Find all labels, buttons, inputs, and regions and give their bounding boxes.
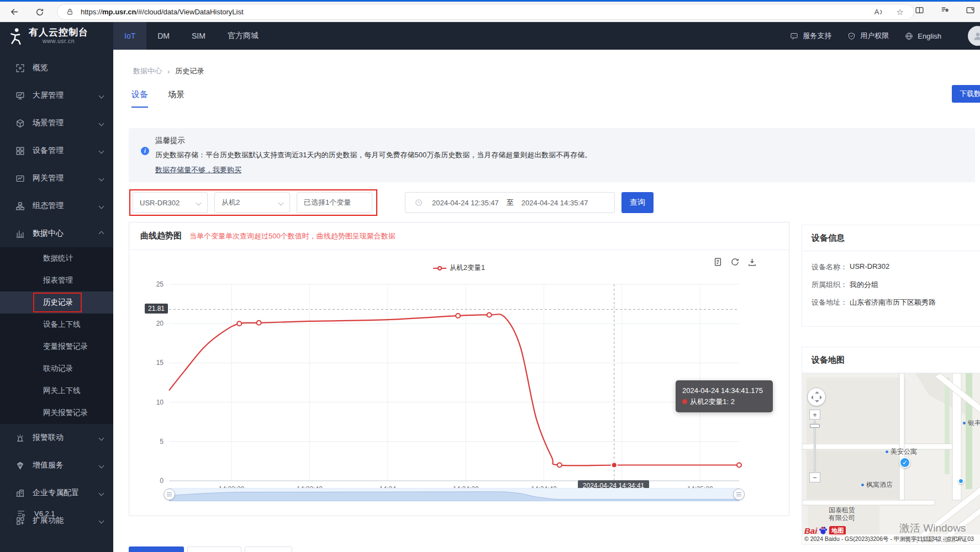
sidebar-subitem-报表管理[interactable]: 报表管理 bbox=[0, 269, 113, 291]
favorite-star-icon[interactable]: ☆ bbox=[897, 7, 904, 17]
device-map-title: 设备地图 bbox=[802, 347, 980, 373]
version-icon bbox=[17, 509, 25, 518]
sidebar-subitem-历史记录[interactable]: 历史记录 bbox=[0, 291, 113, 314]
svg-text:10: 10 bbox=[156, 399, 164, 406]
device-info-card: 设备信息 设备名称：USR-DR302所属组织：我的分组设备地址：山东省济南市历… bbox=[802, 225, 980, 327]
baidu-map[interactable]: 美安公寓枫寓酒店国泰租赁有限公司银丰 ✓ + − Bai 地图 bbox=[802, 373, 980, 544]
sidebar-subitem-数据统计[interactable]: 数据统计 bbox=[0, 247, 113, 269]
scada-icon bbox=[15, 201, 25, 211]
location-pin-dot-icon[interactable] bbox=[958, 478, 964, 484]
browser-chrome: https://mp.usr.cn/#/cloud/data/ViewDataH… bbox=[0, 0, 980, 22]
shield-icon bbox=[846, 30, 857, 41]
map-zoom-track[interactable] bbox=[814, 421, 816, 471]
poi-dot-icon bbox=[885, 450, 889, 454]
map-zoom-handle[interactable] bbox=[810, 424, 820, 428]
breadcrumb-separator: › bbox=[167, 67, 170, 76]
tab-场景[interactable]: 场景 bbox=[168, 89, 185, 108]
map-zoom-in-button[interactable]: + bbox=[809, 410, 820, 420]
breadcrumb-current: 历史记录 bbox=[175, 66, 204, 76]
sidebar-subitem-变量报警记录[interactable]: 变量报警记录 bbox=[0, 336, 113, 358]
globe-icon bbox=[903, 30, 914, 41]
tooltip-time: 2024-04-24 14:34:41.175 bbox=[682, 385, 766, 396]
slave-select[interactable]: 从机2 bbox=[214, 192, 290, 213]
data-view-icon[interactable] bbox=[713, 257, 723, 267]
version-label[interactable]: V6.2.1 bbox=[0, 509, 113, 518]
page-tabs: 设备场景 bbox=[131, 89, 185, 108]
purchase-storage-link[interactable]: 数据存储量不够，我要购买 bbox=[155, 165, 241, 175]
sidebar-item-报警联动[interactable]: 报警联动 bbox=[0, 424, 113, 452]
header-item[interactable]: 用户权限 bbox=[846, 30, 889, 41]
sidebar-subitem-网关上下线[interactable]: 网关上下线 bbox=[0, 380, 113, 402]
chart-tooltip: 2024-04-24 14:34:41.175 从机2变量1: 2 bbox=[676, 380, 773, 412]
read-aloud-icon[interactable]: A❭ bbox=[873, 7, 884, 18]
datazoom-slider[interactable] bbox=[169, 488, 739, 501]
nav-tab-官方商城[interactable]: 官方商城 bbox=[217, 22, 270, 50]
breadcrumb-item[interactable]: 数据中心 bbox=[133, 66, 162, 76]
date-end[interactable]: 2024-04-24 14:35:47 bbox=[521, 199, 588, 207]
info-icon: i bbox=[141, 147, 149, 155]
back-icon[interactable] bbox=[9, 7, 20, 18]
sidebar-item-场景管理[interactable]: 场景管理 bbox=[0, 109, 113, 137]
svg-text:0: 0 bbox=[160, 477, 164, 485]
avatar[interactable] bbox=[968, 26, 980, 46]
sidebar: 概览大屏管理场景管理设备管理网关管理组态管理数据中心数据统计报表管理历史记录设备… bbox=[0, 50, 113, 552]
trend-chart-panel: 曲线趋势图 当单个变量单次查询超过500个数值时，曲线趋势图呈现聚合数据 从机2… bbox=[129, 222, 789, 516]
device-icon bbox=[15, 146, 25, 156]
sidebar-item-企业专属配置[interactable]: 企业专属配置 bbox=[0, 479, 113, 507]
legend-marker-icon bbox=[433, 266, 446, 270]
device-select[interactable]: USR-DR302 bbox=[133, 192, 208, 213]
sidebar-item-网关管理[interactable]: 网关管理 bbox=[0, 164, 113, 192]
sidebar-subitem-设备上下线[interactable]: 设备上下线 bbox=[0, 314, 113, 336]
map-pan-control[interactable] bbox=[807, 388, 826, 406]
restore-refresh-icon[interactable] bbox=[730, 257, 740, 267]
nav-tab-dm[interactable]: DM bbox=[146, 22, 181, 50]
download-data-button[interactable]: 下载数据 bbox=[952, 85, 980, 103]
chevron-down-icon bbox=[99, 490, 104, 496]
collections-icon[interactable] bbox=[939, 4, 950, 15]
partial-bottom-button[interactable] bbox=[245, 546, 292, 552]
partial-bottom-button[interactable] bbox=[187, 546, 241, 552]
date-range-picker[interactable]: 2024-04-24 12:35:47 至 2024-04-24 14:35:4… bbox=[405, 192, 615, 213]
breadcrumb: 数据中心 › 历史记录 bbox=[133, 66, 204, 76]
header-item[interactable]: 服务支持 bbox=[788, 30, 831, 41]
address-bar[interactable]: https://mp.usr.cn/#/cloud/data/ViewDataH… bbox=[57, 4, 914, 20]
device-info-row: 所属组织：我的分组 bbox=[812, 280, 974, 290]
usr-person-logo-icon bbox=[8, 27, 24, 45]
app-logo[interactable]: 有人云控制台 www.usr.cn bbox=[0, 27, 113, 45]
split-screen-icon[interactable] bbox=[914, 4, 925, 15]
chevron-down-icon bbox=[99, 176, 104, 181]
chevron-down-icon bbox=[99, 148, 104, 153]
download-chart-icon[interactable] bbox=[747, 257, 757, 267]
sidebar-subitem-网关报警记录[interactable]: 网关报警记录 bbox=[0, 402, 113, 424]
header-item[interactable]: English bbox=[903, 30, 941, 41]
browser-extra-icon[interactable] bbox=[965, 4, 976, 15]
nav-tab-iot[interactable]: IoT bbox=[113, 22, 146, 50]
sidebar-item-概览[interactable]: 概览 bbox=[0, 54, 113, 82]
tooltip-series-value: 从机2变量1: 2 bbox=[690, 397, 735, 406]
sidebar-subitem-联动记录[interactable]: 联动记录 bbox=[0, 358, 113, 380]
app-subtitle: www.usr.cn bbox=[29, 38, 88, 44]
sidebar-item-增值服务[interactable]: 增值服务 bbox=[0, 452, 113, 479]
data-icon bbox=[15, 229, 25, 238]
variable-select[interactable]: 已选择1个变量 bbox=[297, 192, 372, 213]
app-header: 有人云控制台 www.usr.cn IoTDMSIM官方商城 服务支持用户权限E… bbox=[0, 22, 980, 50]
chevron-down-icon bbox=[99, 435, 104, 440]
nav-tab-sim[interactable]: SIM bbox=[181, 22, 217, 50]
refresh-icon[interactable] bbox=[34, 7, 45, 18]
sidebar-item-大屏管理[interactable]: 大屏管理 bbox=[0, 82, 113, 109]
sidebar-item-组态管理[interactable]: 组态管理 bbox=[0, 192, 113, 220]
datazoom-left-handle[interactable] bbox=[164, 489, 175, 500]
device-info-row: 设备名称：USR-DR302 bbox=[812, 262, 974, 272]
sidebar-item-数据中心[interactable]: 数据中心 bbox=[0, 220, 113, 247]
sidebar-item-设备管理[interactable]: 设备管理 bbox=[0, 137, 113, 164]
tab-设备[interactable]: 设备 bbox=[131, 89, 148, 108]
query-button[interactable]: 查询 bbox=[621, 192, 654, 213]
location-pin-check-icon[interactable]: ✓ bbox=[899, 457, 910, 468]
windows-watermark-line2: 转到“设置”以激活W bbox=[905, 535, 962, 544]
map-zoom-out-button[interactable]: − bbox=[809, 473, 820, 482]
partial-bottom-button-primary[interactable] bbox=[129, 546, 184, 552]
date-start[interactable]: 2024-04-24 12:35:47 bbox=[432, 199, 499, 207]
chart-legend[interactable]: 从机2变量1 bbox=[129, 263, 789, 273]
datazoom-right-handle[interactable] bbox=[733, 489, 745, 500]
alarm-icon bbox=[15, 433, 25, 443]
